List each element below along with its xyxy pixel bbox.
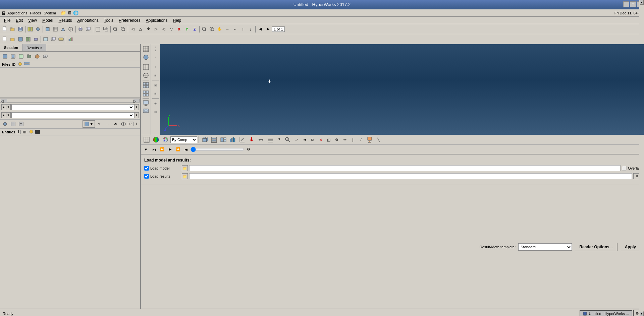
load-model-checkbox[interactable] xyxy=(144,166,149,171)
tb-zoom-out-btn[interactable] xyxy=(119,25,127,33)
pb-end-btn[interactable]: ⏭ xyxy=(182,146,190,153)
tb-select2-btn[interactable] xyxy=(102,25,109,33)
tb-axis-x-btn[interactable]: X xyxy=(175,25,183,33)
menu-preferences[interactable]: Preferences xyxy=(116,17,143,23)
rt-cube-btn[interactable] xyxy=(200,136,209,143)
tb-arrow-right-btn[interactable]: → xyxy=(224,25,231,33)
tb-btn-4[interactable] xyxy=(26,25,34,33)
menu-file[interactable]: File xyxy=(1,17,13,23)
tb2-export-btn[interactable] xyxy=(50,36,57,43)
reader-options-button[interactable]: Reader Options... xyxy=(575,243,617,251)
rt-copy-btn[interactable]: ⧉ xyxy=(309,136,316,143)
lp-btn5[interactable] xyxy=(34,53,41,60)
tab-results-close[interactable]: × xyxy=(40,46,42,50)
load-results-checkbox[interactable] xyxy=(144,174,149,179)
tb-arrow-left-btn[interactable]: ← xyxy=(231,25,239,33)
menu-annotations[interactable]: Annotations xyxy=(75,17,101,23)
tb-new-btn[interactable] xyxy=(1,25,9,33)
lb-arrow-btn[interactable]: → xyxy=(104,120,111,128)
tb-print2-btn[interactable] xyxy=(85,25,92,33)
tb-select-btn[interactable] xyxy=(94,25,102,33)
tb-save-btn[interactable] xyxy=(17,25,24,33)
scroll-down-btn[interactable]: ▼ xyxy=(640,311,644,316)
rvt1-btn3[interactable]: ↕ xyxy=(152,63,160,71)
tb-zoomin-btn[interactable] xyxy=(208,25,216,33)
rvt1-btn1[interactable]: ↕1 xyxy=(152,45,160,53)
pb-prev-btn[interactable]: ⏪ xyxy=(158,146,166,153)
rt-config-btn[interactable]: ⚙ xyxy=(333,136,340,143)
apply-button[interactable]: Apply xyxy=(620,243,641,251)
tb-btn-7[interactable] xyxy=(59,25,67,33)
combo-select-2[interactable] xyxy=(11,112,134,118)
tb-next-page-btn[interactable]: ▶ xyxy=(264,25,272,33)
scroll-left-btn[interactable]: ◁ xyxy=(0,99,7,102)
tb-mesh-btn[interactable] xyxy=(52,25,59,33)
pb-config-btn[interactable]: ⚙ xyxy=(245,146,252,153)
load-results-input[interactable] xyxy=(189,173,632,179)
lb-eye-btn[interactable]: 👁 xyxy=(112,120,119,128)
tb-down-btn[interactable]: ↓ xyxy=(247,25,254,33)
by-comp-dropdown[interactable]: By Comp By Simple By Entity xyxy=(170,136,197,143)
lp-btn2[interactable] xyxy=(9,53,17,60)
rvt1-btn4[interactable]: ⊞ xyxy=(152,71,160,79)
tb2-new-btn[interactable] xyxy=(1,36,9,43)
vt-view2-btn[interactable] xyxy=(142,71,150,79)
rt-arrow-btn[interactable] xyxy=(247,136,256,143)
rt-vert-btn[interactable]: | xyxy=(349,136,357,143)
files-scroll[interactable]: ◁ ▷ xyxy=(0,98,140,103)
tb2-open-btn[interactable] xyxy=(9,36,16,43)
rt-block-btn[interactable] xyxy=(219,136,228,143)
rt-select-btn[interactable] xyxy=(365,136,374,143)
pb-settings-btn[interactable]: ▼ xyxy=(142,146,150,153)
tb-rotate-left-btn[interactable]: ◁ xyxy=(129,25,137,33)
tb-zoom-fit-btn[interactable] xyxy=(112,25,119,33)
tb-btn-8[interactable] xyxy=(67,25,74,33)
lb-eye2-btn[interactable] xyxy=(120,120,127,128)
combo-down-btn-1[interactable]: ▼ xyxy=(6,104,11,110)
rvt1-btn8[interactable]: ▤ xyxy=(152,108,160,116)
rt-query-btn[interactable]: ? xyxy=(275,136,283,143)
vt-grid-btn[interactable] xyxy=(142,81,150,89)
vt-grid2-btn[interactable] xyxy=(142,89,150,98)
rvt1-btn7[interactable]: ◉ xyxy=(152,99,160,107)
tb-pan-down-btn[interactable]: ▽ xyxy=(168,25,175,33)
places-menu[interactable]: Places xyxy=(30,11,41,15)
combo-up-btn-2[interactable]: ▲ xyxy=(1,112,6,118)
rt-scatter-btn[interactable] xyxy=(238,136,247,143)
pb-play-btn[interactable]: ▶ xyxy=(166,146,174,153)
tb2-btn3[interactable] xyxy=(57,36,65,43)
rt-color-btn[interactable] xyxy=(152,136,160,143)
minimize-button[interactable]: _ xyxy=(623,1,629,7)
lb-cube-dropdown[interactable]: ▼ xyxy=(83,120,95,128)
vt-monitor2-btn[interactable] xyxy=(142,108,150,116)
rt-mesh-btn[interactable] xyxy=(142,136,151,143)
load-results-folder-btn[interactable]: 📁 xyxy=(182,173,188,179)
menu-applications[interactable]: Applications xyxy=(143,17,170,23)
plus-minus-label[interactable]: +/- xyxy=(128,122,133,126)
tb-btn-5[interactable] xyxy=(34,25,42,33)
rvt1-btn6[interactable]: ⊞ xyxy=(152,89,160,98)
rt-align-btn[interactable]: ⇔ xyxy=(301,136,308,143)
tb-cube-btn[interactable] xyxy=(44,25,51,33)
rt-zoom-btn[interactable] xyxy=(283,136,292,143)
rt-ruler-btn[interactable] xyxy=(257,136,265,143)
menu-model[interactable]: Model xyxy=(40,17,56,23)
combo-dropdown-btn-1[interactable]: ▼ xyxy=(134,104,139,110)
vt-mesh2-btn[interactable] xyxy=(142,63,150,71)
tb-print-btn[interactable] xyxy=(77,25,84,33)
rt-bars-btn[interactable] xyxy=(228,136,237,143)
tb-axis-y-btn[interactable]: Y xyxy=(183,25,191,33)
rt-frame-btn[interactable] xyxy=(210,136,218,143)
lp-btn6[interactable] xyxy=(42,53,49,60)
lp-btn3[interactable] xyxy=(17,53,25,60)
applications-menu[interactable]: Applications xyxy=(7,11,27,15)
lb-btn1[interactable] xyxy=(1,120,9,128)
rt-frame2-btn[interactable]: ◫ xyxy=(325,136,332,143)
template-select[interactable]: Standard Advanced xyxy=(518,243,572,251)
tb-pan-left-btn[interactable]: ◁ xyxy=(160,25,167,33)
rvt1-btn2[interactable]: ↕ xyxy=(152,53,160,61)
scroll-right-btn[interactable]: ▷ xyxy=(133,99,140,102)
rt-delete-btn[interactable]: ✕ xyxy=(317,136,324,143)
tb2-print-btn[interactable] xyxy=(32,36,40,43)
scroll-up-btn[interactable]: ▲ xyxy=(640,0,644,5)
